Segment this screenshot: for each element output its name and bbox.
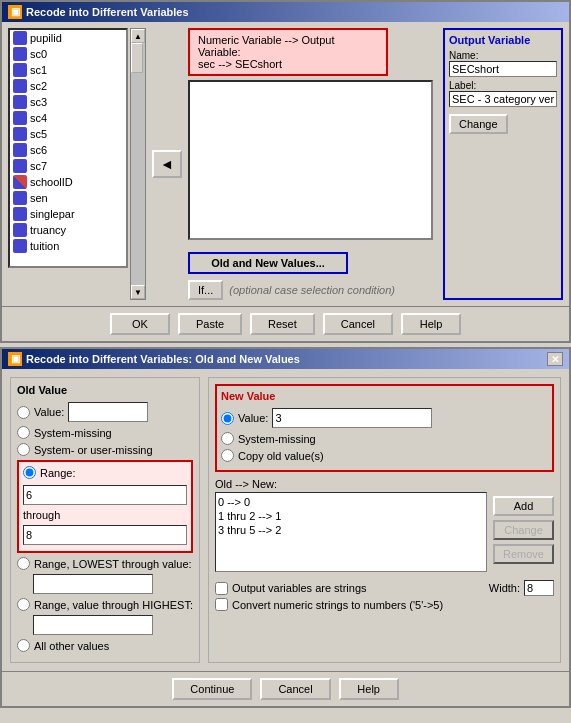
scroll-up-btn[interactable]: ▲ (131, 29, 145, 43)
var-list-scrollbar[interactable]: ▲ ▼ (130, 28, 146, 300)
bottom-window-title: Recode into Different Variables: Old and… (26, 353, 300, 365)
old-value-radio[interactable] (17, 406, 30, 419)
change-mapping-button[interactable]: Change (493, 520, 554, 540)
numeric-var-label: Numeric Variable --> Output Variable: (198, 34, 378, 58)
new-copy-old-label: Copy old value(s) (238, 450, 324, 462)
ok-button[interactable]: OK (110, 313, 170, 335)
top-window-titlebar: ▣ Recode into Different Variables (2, 2, 569, 22)
list-item[interactable]: sc3 (10, 94, 126, 110)
system-user-missing-label: System- or user-missing (34, 444, 153, 456)
new-copy-old-radio[interactable] (221, 449, 234, 462)
var-icon-mixed (13, 175, 27, 189)
move-right-button[interactable]: ◄ (152, 150, 182, 178)
convert-numeric-checkbox[interactable] (215, 598, 228, 611)
scroll-track[interactable] (131, 43, 145, 285)
range-lowest-label: Range, LOWEST through value: (34, 558, 192, 570)
var-icon-numeric (13, 111, 27, 125)
output-name-field[interactable] (449, 61, 557, 77)
new-system-missing-radio[interactable] (221, 432, 234, 445)
list-item[interactable]: truancy (10, 222, 126, 238)
system-missing-label: System-missing (34, 427, 112, 439)
all-other-radio-row: All other values (17, 639, 193, 652)
old-value-title: Old Value (17, 384, 193, 396)
list-item[interactable]: schoolID (10, 174, 126, 190)
output-label-field[interactable] (449, 91, 557, 107)
list-item[interactable]: tuition (10, 238, 126, 254)
list-item[interactable]: sc1 (10, 62, 126, 78)
output-label-label: Label: (449, 80, 557, 91)
new-value-panel: New Value Value: System-missing Copy old… (208, 377, 561, 663)
range-to-input[interactable] (23, 525, 187, 545)
add-button[interactable]: Add (493, 496, 554, 516)
all-other-radio[interactable] (17, 639, 30, 652)
new-value-input[interactable] (272, 408, 432, 428)
list-item[interactable]: sc4 (10, 110, 126, 126)
var-icon-numeric (13, 159, 27, 173)
list-item[interactable]: singlepar (10, 206, 126, 222)
variable-list[interactable]: pupilid sc0 sc1 sc2 sc3 sc4 sc5 sc6 sc7 … (8, 28, 128, 268)
range-radio-row: Range: (23, 466, 187, 479)
list-item[interactable]: pupilid (10, 30, 126, 46)
all-other-label: All other values (34, 640, 109, 652)
range-lowest-radio-row: Range, LOWEST through value: (17, 557, 193, 570)
list-item[interactable]: sc6 (10, 142, 126, 158)
var-icon-numeric (13, 191, 27, 205)
if-label: (optional case selection condition) (229, 284, 395, 296)
paste-button[interactable]: Paste (178, 313, 242, 335)
range-highest-radio[interactable] (17, 598, 30, 611)
range-radio[interactable] (23, 466, 36, 479)
window-icon2: ▣ (8, 352, 22, 366)
range-lowest-radio[interactable] (17, 557, 30, 570)
var-icon-numeric (13, 95, 27, 109)
old-new-mapping-section: Old --> New: 0 --> 0 1 thru 2 --> 1 3 th… (215, 478, 554, 572)
bottom-cancel-button[interactable]: Cancel (260, 678, 330, 700)
old-new-list[interactable]: 0 --> 0 1 thru 2 --> 1 3 thru 5 --> 2 (215, 492, 487, 572)
list-item[interactable]: sc0 (10, 46, 126, 62)
range-highest-label: Range, value through HIGHEST: (34, 599, 193, 611)
bottom-help-button[interactable]: Help (339, 678, 399, 700)
range-lowest-input[interactable] (33, 574, 153, 594)
old-new-values-button[interactable]: Old and New Values... (188, 252, 348, 274)
convert-numeric-label: Convert numeric strings to numbers ('5'-… (232, 599, 443, 611)
output-var-panel: Output Variable Name: Label: Change (443, 28, 563, 300)
system-user-missing-radio[interactable] (17, 443, 30, 456)
help-button[interactable]: Help (401, 313, 461, 335)
range-highest-input[interactable] (33, 615, 153, 635)
output-strings-row: Output variables are strings Width: (215, 580, 554, 596)
remove-button[interactable]: Remove (493, 544, 554, 564)
reset-button[interactable]: Reset (250, 313, 315, 335)
continue-button[interactable]: Continue (172, 678, 252, 700)
width-input[interactable] (524, 580, 554, 596)
scroll-thumb[interactable] (131, 43, 143, 73)
system-missing-radio-row: System-missing (17, 426, 193, 439)
output-name-row: Name: (449, 50, 557, 77)
system-missing-radio[interactable] (17, 426, 30, 439)
var-icon-numeric (13, 127, 27, 141)
list-item[interactable]: sen (10, 190, 126, 206)
system-user-missing-radio-row: System- or user-missing (17, 443, 193, 456)
recode-area[interactable] (188, 80, 433, 240)
through-label: through (23, 509, 187, 521)
if-button[interactable]: If... (188, 280, 223, 300)
close-button[interactable]: ✕ (547, 352, 563, 366)
new-system-missing-label: System-missing (238, 433, 316, 445)
scroll-down-btn[interactable]: ▼ (131, 285, 145, 299)
old-value-input[interactable] (68, 402, 148, 422)
output-change-button[interactable]: Change (449, 114, 508, 134)
cancel-button[interactable]: Cancel (323, 313, 393, 335)
list-item[interactable]: sc7 (10, 158, 126, 174)
range-section: Range: through (17, 460, 193, 553)
middle-panel: Numeric Variable --> Output Variable: se… (188, 28, 433, 300)
new-value-radio[interactable] (221, 412, 234, 425)
old-new-section: 0 --> 0 1 thru 2 --> 1 3 thru 5 --> 2 Ad… (215, 492, 554, 572)
range-from-input[interactable] (23, 485, 187, 505)
var-icon-numeric (13, 47, 27, 61)
list-item[interactable]: sc2 (10, 78, 126, 94)
range-highest-radio-row: Range, value through HIGHEST: (17, 598, 193, 611)
output-strings-checkbox[interactable] (215, 582, 228, 595)
var-icon-numeric (13, 63, 27, 77)
old-value-radio-row: Value: (17, 402, 193, 422)
list-item[interactable]: sc5 (10, 126, 126, 142)
convert-numeric-row: Convert numeric strings to numbers ('5'-… (215, 598, 554, 611)
new-value-section: New Value Value: System-missing Copy old… (215, 384, 554, 472)
